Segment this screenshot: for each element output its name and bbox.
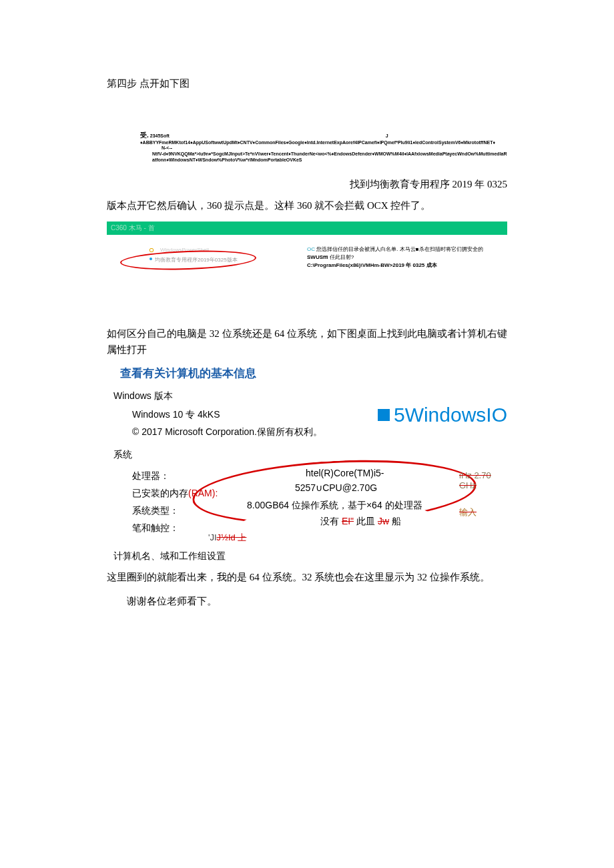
folder-l2: ♦ABBYYFmeRMKtof14♦AppUSoftwwtUpdMt♦CNTV♦…	[140, 140, 495, 145]
step-four-line: 第四步 点开如下图	[107, 75, 507, 91]
input-strike: 输入	[459, 506, 477, 518]
system-header: 系统	[113, 449, 507, 461]
folder-l1b: 2345Soft	[150, 133, 170, 138]
red-oval-mark	[120, 248, 257, 272]
domain-settings-label: 计算机名、域和工作组设置	[113, 550, 507, 562]
conclusion-para: 这里圈到的就能看出来，我的是 64 位系统。32 系统也会在这里显示为 32 位…	[107, 569, 507, 585]
jid-text: 'JIJ½Id 上	[208, 532, 246, 544]
cpu-value-2: 5257∪CPU@2.70G	[295, 482, 377, 493]
folder-listing: 受. 2345Soft J ♦ABBYYFmeRMKtof14♦AppUSoft…	[140, 131, 507, 163]
windows-copyright: © 2017 Microsoft Corporation.保留所有权利。	[132, 426, 378, 438]
sysinfo-title: 查看有关计算机的基本信息	[120, 366, 507, 381]
windows-edition: Windows 10 专 4kKS	[132, 409, 378, 421]
c360-green-bar: C360 木马 - 首	[107, 222, 507, 235]
cpu-value-1: htel(R)Core(TM)i5-	[306, 468, 384, 478]
logo-5: 5	[394, 404, 405, 426]
system-table: 处理器： htel(R)Core(TM)i5- 5257∪CPU@2.70G i…	[132, 468, 507, 548]
folder-l1c: J	[386, 133, 388, 138]
folder-l3: NtfV-d♦9NVKQQMa*>Iu9n♦*SogcMJInput>Te*nV…	[152, 151, 507, 162]
ostype-value: 8.00GB64 位操作系统，基于×64 的处理器	[247, 500, 422, 512]
pen-value: 没有 EI" 此皿 Jw 船	[320, 516, 401, 528]
trust-text-block: OC 您选择信任的目录会被洲人白名单. 木马云■杀在扫描时将它们拥安全的 SWU…	[280, 246, 507, 270]
howto-paragraph: 如何区分自己的电脑是 32 位系统还是 64 位系统，如下图桌面上找到此电脑或者…	[107, 326, 507, 358]
trust-line2-rest: 任此目射?	[330, 254, 354, 260]
locate-program-label: 找到均衡教育专用程序 2019 年 0325	[107, 178, 507, 191]
windows-square-icon	[378, 409, 390, 421]
folder-l1a: 受.	[140, 131, 149, 139]
windows-edition-header: Windows 版本	[113, 390, 507, 402]
trust-line3: C:\ProgramFiles(x86)\VMHm-BW>2019 年 0325…	[307, 262, 437, 268]
logo-text: WindowsIO	[405, 404, 507, 426]
bullet-icon	[149, 248, 154, 252]
folder-l2-right: N-<--	[162, 145, 172, 150]
confirm-line: 版本点开它然后确认，360 提示点是。这样 360 就不会拦截 OCX 控件了。	[107, 197, 507, 213]
trust-line1: 您选择信任的目录会被洲人白名单. 木马云■杀在扫描时将它们拥安全的	[316, 246, 483, 252]
windows10-logo: 5 WindowsIO	[378, 404, 507, 426]
thanks-line: 谢谢各位老师看下。	[107, 593, 507, 609]
trust-dialog-row: WindowsPowerShell 均衡教育专用程序2019年0325版本 OC…	[107, 246, 507, 272]
circled-program-oval: WindowsPowerShell 均衡教育专用程序2019年0325版本	[120, 246, 260, 272]
cpu-ghz: iHz 2.70 GHz	[459, 470, 507, 490]
trust-cyan-prefix: OC	[307, 246, 315, 252]
trust-line2-bold: SWUSffi	[307, 254, 328, 260]
